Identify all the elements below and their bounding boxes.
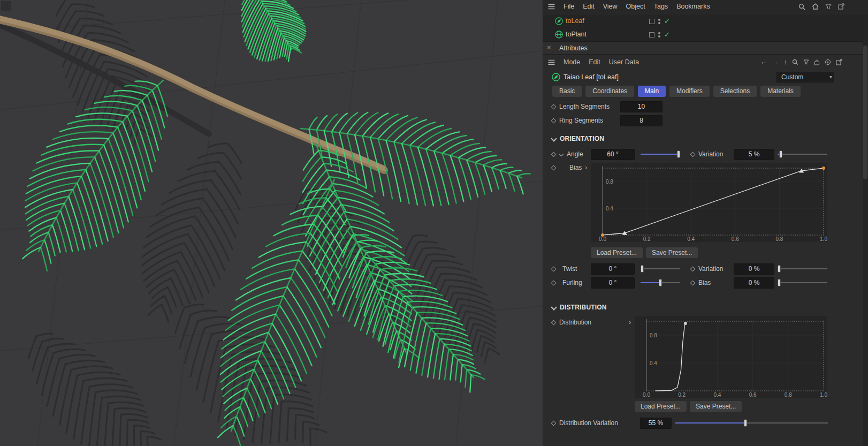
keyframe-diamond-icon[interactable] (551, 281, 557, 286)
scrollbar-thumb[interactable] (863, 46, 867, 179)
attributes-menu-icon[interactable] (548, 59, 555, 65)
search-icon[interactable] (792, 59, 798, 65)
object-name[interactable]: toPlant (566, 28, 587, 41)
menu-user-data[interactable]: User Data (609, 58, 639, 66)
distribution-variation-slider[interactable] (675, 417, 828, 429)
slider-handle[interactable] (778, 265, 781, 273)
keyframe-diamond-icon[interactable] (551, 152, 557, 157)
preset-dropdown[interactable]: Custom ▾ (776, 72, 834, 82)
tab-main[interactable]: Main (638, 86, 666, 97)
expand-chevron-icon[interactable] (559, 152, 564, 156)
menu-tags[interactable]: Tags (654, 3, 668, 10)
menu-mode[interactable]: Mode (564, 58, 580, 66)
section-chevron-icon[interactable] (551, 135, 557, 141)
menu-view[interactable]: View (603, 3, 618, 10)
enabled-check-icon[interactable]: ✓ (664, 14, 670, 28)
object-row-toleaf[interactable]: toLeaf ✓ (543, 14, 868, 28)
keyframe-diamond-icon[interactable] (551, 320, 557, 326)
viewport[interactable] (0, 0, 543, 446)
keyframe-diamond-icon[interactable] (551, 118, 557, 124)
angle-slider[interactable] (641, 148, 680, 160)
slider-handle[interactable] (744, 419, 747, 427)
distribution-curve-editor[interactable]: 0.00.20.40.60.81.00.40.8 (635, 316, 827, 398)
distribution-section-header[interactable]: DISTRIBUTION (543, 302, 868, 314)
viewport-canvas[interactable] (0, 0, 543, 446)
keyframe-diamond-icon[interactable] (551, 104, 557, 110)
slider-handle[interactable] (778, 279, 781, 286)
slider-handle[interactable] (677, 150, 680, 158)
forward-arrow-icon[interactable]: → (772, 56, 779, 69)
keyframe-diamond-icon[interactable] (551, 267, 557, 272)
attributes-header: × Attributes (543, 42, 868, 55)
keyframe-diamond-icon[interactable] (690, 267, 696, 272)
tab-basic[interactable]: Basic (552, 86, 582, 97)
object-name[interactable]: toLeaf (566, 14, 584, 28)
filter-icon[interactable] (803, 59, 809, 65)
layer-box-icon[interactable] (649, 32, 654, 37)
keyframe-diamond-icon[interactable] (690, 152, 696, 157)
mode-row-icons: ← → ↑ (760, 56, 843, 69)
slider-handle[interactable] (641, 265, 644, 273)
furling-bias-label: Bias (698, 277, 711, 289)
twist-slider[interactable] (641, 263, 680, 275)
furling-field[interactable]: 0 ° (591, 277, 635, 289)
save-preset-button[interactable]: Save Preset... (646, 247, 698, 258)
angle-row: Angle 60 ° Variation 5 % (543, 148, 868, 160)
expand-right-chevron-icon[interactable]: › (629, 316, 631, 328)
enabled-check-icon[interactable]: ✓ (664, 28, 670, 41)
menu-edit[interactable]: Edit (583, 3, 595, 10)
save-preset-button[interactable]: Save Preset... (690, 401, 742, 412)
menu-edit-attr[interactable]: Edit (589, 58, 600, 66)
section-chevron-icon[interactable] (551, 304, 557, 310)
length-segments-field[interactable]: 10 (620, 101, 663, 112)
back-arrow-icon[interactable]: ← (760, 56, 767, 69)
angle-variation-field[interactable]: 5 % (734, 149, 774, 160)
furling-bias-slider[interactable] (778, 277, 827, 289)
twist-field[interactable]: 0 ° (591, 263, 635, 275)
lock-icon[interactable] (814, 59, 820, 65)
orientation-header-label[interactable]: ORIENTATION (560, 133, 604, 144)
ring-segments-field[interactable]: 8 (620, 115, 663, 126)
leaf-object-icon[interactable] (555, 17, 563, 25)
close-icon[interactable]: × (547, 42, 551, 53)
furling-bias-field[interactable]: 0 % (734, 277, 774, 289)
keyframe-diamond-icon[interactable] (690, 281, 696, 286)
twist-variation-field[interactable]: 0 % (734, 263, 774, 275)
filter-icon[interactable] (825, 4, 832, 10)
visibility-dots-icon[interactable] (658, 18, 660, 25)
panel-scrollbar[interactable] (863, 14, 868, 446)
orientation-section-header[interactable]: ORIENTATION (543, 133, 868, 145)
expand-right-chevron-icon[interactable]: › (585, 162, 587, 173)
menu-bookmarks[interactable]: Bookmarks (676, 3, 710, 10)
distribution-variation-field[interactable]: 55 % (640, 418, 672, 429)
visibility-dots-icon[interactable] (658, 31, 660, 39)
menu-file[interactable]: File (564, 3, 574, 10)
target-icon[interactable] (825, 59, 831, 65)
furling-slider[interactable] (641, 277, 680, 289)
tab-materials[interactable]: Materials (760, 86, 801, 97)
layer-box-icon[interactable] (649, 19, 654, 24)
load-preset-button[interactable]: Load Preset... (635, 401, 687, 412)
keyframe-diamond-icon[interactable] (551, 165, 557, 171)
home-icon[interactable] (812, 3, 819, 10)
tab-selections[interactable]: Selections (713, 86, 757, 97)
tab-modifiers[interactable]: Modifiers (669, 86, 710, 97)
angle-field[interactable]: 60 ° (591, 149, 635, 160)
search-icon[interactable] (798, 3, 805, 10)
tab-coordinates[interactable]: Coordinates (585, 86, 634, 97)
angle-variation-slider[interactable] (778, 148, 827, 160)
slider-handle[interactable] (659, 279, 662, 286)
menu-object[interactable]: Object (626, 3, 645, 10)
load-preset-button[interactable]: Load Preset... (591, 247, 643, 258)
twist-variation-slider[interactable] (778, 263, 827, 275)
object-row-toplant[interactable]: toPlant ✓ (543, 28, 868, 42)
up-arrow-icon[interactable]: ↑ (784, 56, 788, 69)
slider-handle[interactable] (779, 150, 782, 158)
distribution-header-label[interactable]: DISTRIBUTION (560, 302, 607, 313)
keyframe-diamond-icon[interactable] (551, 421, 557, 426)
new-window-icon[interactable] (836, 59, 842, 65)
new-window-icon[interactable] (838, 3, 844, 10)
plant-object-icon[interactable] (555, 31, 563, 39)
main-menu-icon[interactable] (548, 4, 555, 10)
bias-curve-editor[interactable]: 0.00.20.40.60.81.00.40.8 (591, 163, 827, 242)
